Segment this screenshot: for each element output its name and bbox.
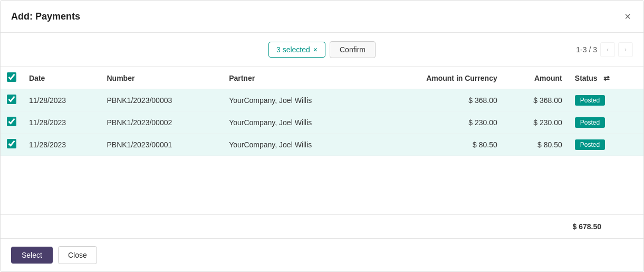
pagination-prev-button[interactable]: ‹ [600,42,615,57]
row-checkbox[interactable] [7,139,16,148]
row-amount: $ 368.00 [504,89,569,111]
total-row: $ 678.50 [1,214,643,238]
selected-badge: 3 selected × [268,42,325,58]
pagination-next-button[interactable]: › [618,42,633,57]
row-checkbox-cell[interactable] [1,89,23,111]
row-date: 11/28/2023 [23,134,100,156]
close-footer-button[interactable]: Close [58,246,97,264]
add-payments-modal: Add: Payments × 3 selected × Confirm 1-3… [0,0,644,272]
row-status: Posted [569,111,643,134]
status-badge: Posted [575,95,605,106]
chevron-right-icon: › [624,46,627,53]
selected-label: 3 selected [276,45,310,54]
row-checkbox-cell[interactable] [1,134,23,156]
settings-icon[interactable]: ⇄ [603,74,610,82]
modal-header: Add: Payments × [1,1,643,33]
col-status: Status ⇄ [569,67,643,89]
clear-selection-button[interactable]: × [313,46,318,53]
row-number: PBNK1/2023/00001 [100,134,223,156]
table-header-row: Date Number Partner Amount in Currency A… [1,67,643,89]
row-status: Posted [569,89,643,111]
col-partner: Partner [223,67,372,89]
status-badge: Posted [575,117,605,128]
row-status: Posted [569,134,643,156]
row-amount-currency: $ 80.50 [372,134,504,156]
table-row: 11/28/2023 PBNK1/2023/00002 YourCompany,… [1,111,643,134]
row-date: 11/28/2023 [23,89,100,111]
row-date: 11/28/2023 [23,111,100,134]
row-checkbox[interactable] [7,95,16,104]
row-partner: YourCompany, Joel Willis [223,134,372,156]
modal-title: Add: Payments [11,11,80,22]
modal-toolbar: 3 selected × Confirm 1-3 / 3 ‹ › [1,33,643,67]
select-button[interactable]: Select [11,247,53,264]
payments-table: Date Number Partner Amount in Currency A… [1,67,643,156]
table-body: 11/28/2023 PBNK1/2023/00003 YourCompany,… [1,89,643,156]
confirm-button[interactable]: Confirm [330,41,376,58]
select-all-checkbox[interactable] [7,72,16,82]
row-number: PBNK1/2023/00003 [100,89,223,111]
select-all-header[interactable] [1,67,23,89]
table-row: 11/28/2023 PBNK1/2023/00001 YourCompany,… [1,134,643,156]
row-amount-currency: $ 230.00 [372,111,504,134]
close-icon[interactable]: × [622,9,633,24]
chevron-left-icon: ‹ [607,46,609,53]
col-number: Number [100,67,223,89]
row-amount-currency: $ 368.00 [372,89,504,111]
row-partner: YourCompany, Joel Willis [223,111,372,134]
row-amount: $ 80.50 [504,134,569,156]
col-date: Date [23,67,100,89]
modal-footer: Select Close [1,238,643,271]
row-amount: $ 230.00 [504,111,569,134]
row-checkbox-cell[interactable] [1,111,23,134]
row-checkbox[interactable] [7,117,16,126]
row-number: PBNK1/2023/00002 [100,111,223,134]
total-amount: $ 678.50 [573,222,633,231]
status-badge: Posted [575,139,605,150]
pagination-text: 1-3 / 3 [576,45,597,54]
col-amount: Amount [504,67,569,89]
row-partner: YourCompany, Joel Willis [223,89,372,111]
payments-table-container: Date Number Partner Amount in Currency A… [1,67,643,214]
table-row: 11/28/2023 PBNK1/2023/00003 YourCompany,… [1,89,643,111]
col-amount-currency: Amount in Currency [372,67,504,89]
pagination: 1-3 / 3 ‹ › [576,42,633,57]
